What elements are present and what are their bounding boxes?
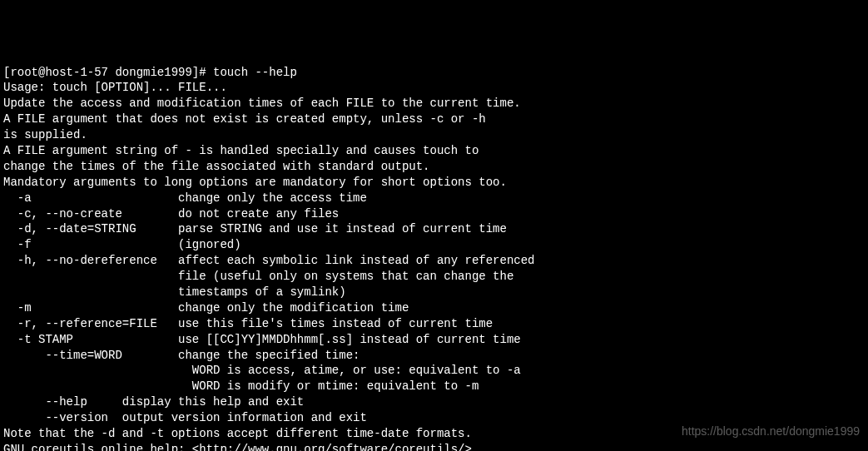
output-line: -a change only the access time	[3, 191, 865, 206]
output-line: --time=WORD change the specified time:	[3, 348, 865, 364]
output-line: -m change only the modification time	[3, 300, 865, 316]
output-line: Note that the -d and -t options accept d…	[3, 426, 865, 442]
output-line: A FILE argument string of - is handled s…	[3, 143, 865, 159]
output-line: Mandatory arguments to long options are …	[3, 175, 865, 191]
output-line: file (useful only on systems that can ch…	[3, 269, 865, 285]
output-line: WORD is modify or mtime: equivalent to -…	[3, 379, 865, 394]
output-line: is supplied.	[3, 127, 865, 143]
output-line: timestamps of a symlink)	[3, 285, 865, 300]
output-line: A FILE argument that does not exist is c…	[3, 112, 865, 127]
output-line: GNU coreutils online help: <http://www.g…	[3, 442, 865, 451]
output-line: Usage: touch [OPTION]... FILE...	[3, 80, 865, 96]
prompt-line-1: [root@host-1-57 dongmie1999]# touch --he…	[3, 65, 865, 81]
command-text: touch --help	[213, 66, 297, 79]
output-line: WORD is access, atime, or use: equivalen…	[3, 363, 865, 379]
output-line: -c, --no-create do not create any files	[3, 206, 865, 222]
terminal-window[interactable]: [root@host-1-57 dongmie1999]# touch --he…	[3, 65, 865, 451]
output-line: --version output version information and…	[3, 410, 865, 426]
output-line: -t STAMP use [[CC]YY]MMDDhhmm[.ss] inste…	[3, 332, 865, 348]
output-line: -r, --reference=FILE use this file's tim…	[3, 316, 865, 332]
output-line: -h, --no-dereference affect each symboli…	[3, 253, 865, 269]
output-line: --help display this help and exit	[3, 394, 865, 410]
output-line: change the times of the file associated …	[3, 159, 865, 175]
output-line: -d, --date=STRING parse STRING and use i…	[3, 221, 865, 237]
output-line: -f (ignored)	[3, 237, 865, 253]
output-line: Update the access and modification times…	[3, 96, 865, 112]
shell-prompt: [root@host-1-57 dongmie1999]#	[3, 66, 213, 79]
